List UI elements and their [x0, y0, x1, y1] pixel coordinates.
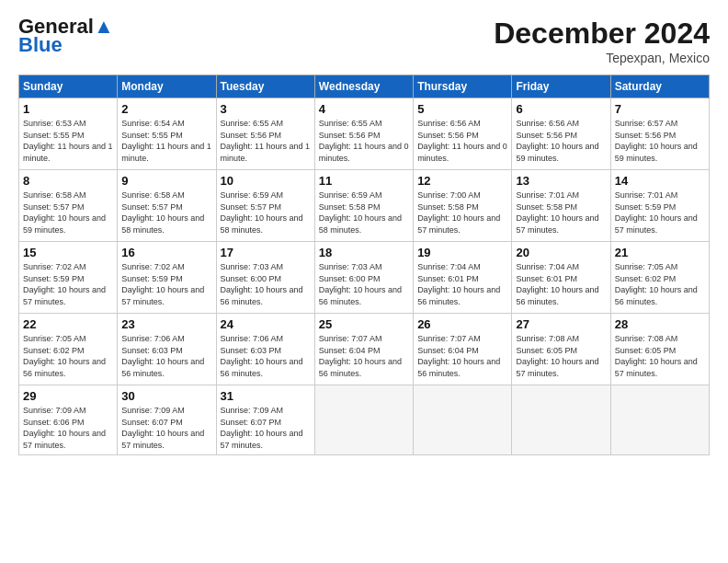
- day-number: 23: [121, 317, 211, 331]
- day-number: 7: [615, 102, 705, 116]
- col-thursday: Thursday: [414, 75, 512, 98]
- col-sunday: Sunday: [19, 75, 118, 98]
- day-info: Sunrise: 7:07 AMSunset: 6:04 PMDaylight:…: [319, 334, 402, 378]
- table-row: 3Sunrise: 6:55 AMSunset: 5:56 PMDaylight…: [216, 98, 314, 170]
- table-row: 27Sunrise: 7:08 AMSunset: 6:05 PMDayligh…: [512, 314, 610, 385]
- day-info: Sunrise: 6:57 AMSunset: 5:56 PMDaylight:…: [615, 119, 698, 163]
- day-number: 17: [221, 246, 311, 259]
- table-row: 5Sunrise: 6:56 AMSunset: 5:56 PMDaylight…: [414, 98, 512, 170]
- table-row: 8Sunrise: 6:58 AMSunset: 5:57 PMDaylight…: [19, 170, 118, 242]
- logo-blue: ▲: [94, 15, 114, 38]
- day-info: Sunrise: 6:58 AMSunset: 5:57 PMDaylight:…: [23, 190, 106, 235]
- day-info: Sunrise: 7:06 AMSunset: 6:03 PMDaylight:…: [121, 334, 204, 378]
- day-info: Sunrise: 7:01 AMSunset: 5:58 PMDaylight:…: [516, 190, 598, 235]
- title-block: December 2024 Tepexpan, Mexico: [494, 17, 710, 65]
- day-number: 12: [417, 174, 507, 188]
- table-row: 26Sunrise: 7:07 AMSunset: 6:04 PMDayligh…: [414, 314, 512, 385]
- day-info: Sunrise: 7:04 AMSunset: 6:01 PMDaylight:…: [417, 262, 500, 306]
- day-info: Sunrise: 6:54 AMSunset: 5:55 PMDaylight:…: [121, 119, 211, 163]
- day-number: 14: [615, 174, 705, 188]
- table-row: 7Sunrise: 6:57 AMSunset: 5:56 PMDaylight…: [610, 98, 709, 170]
- table-row: 29Sunrise: 7:09 AMSunset: 6:06 PMDayligh…: [19, 385, 118, 455]
- table-row: 6Sunrise: 6:56 AMSunset: 5:56 PMDaylight…: [512, 98, 610, 170]
- day-number: 5: [417, 102, 507, 116]
- calendar-week-row: 8Sunrise: 6:58 AMSunset: 5:57 PMDaylight…: [19, 170, 710, 242]
- calendar-week-row: 1Sunrise: 6:53 AMSunset: 5:55 PMDaylight…: [19, 98, 710, 170]
- table-row: 25Sunrise: 7:07 AMSunset: 6:04 PMDayligh…: [314, 314, 413, 385]
- logo-blue-text: Blue: [18, 33, 63, 57]
- table-row: 10Sunrise: 6:59 AMSunset: 5:57 PMDayligh…: [216, 170, 314, 242]
- header-row: Sunday Monday Tuesday Wednesday Thursday…: [19, 75, 710, 98]
- day-number: 28: [615, 317, 705, 331]
- day-number: 24: [221, 317, 311, 331]
- table-row: [414, 385, 512, 455]
- day-info: Sunrise: 7:09 AMSunset: 6:06 PMDaylight:…: [23, 406, 106, 450]
- table-row: 22Sunrise: 7:05 AMSunset: 6:02 PMDayligh…: [19, 314, 118, 385]
- table-row: 1Sunrise: 6:53 AMSunset: 5:55 PMDaylight…: [19, 98, 118, 170]
- table-row: 18Sunrise: 7:03 AMSunset: 6:00 PMDayligh…: [314, 242, 413, 314]
- day-number: 4: [319, 102, 409, 116]
- day-info: Sunrise: 7:00 AMSunset: 5:58 PMDaylight:…: [417, 190, 500, 235]
- day-info: Sunrise: 7:04 AMSunset: 6:01 PMDaylight:…: [516, 262, 598, 306]
- calendar-week-row: 15Sunrise: 7:02 AMSunset: 5:59 PMDayligh…: [19, 242, 710, 314]
- day-number: 2: [121, 102, 211, 116]
- calendar-week-row: 22Sunrise: 7:05 AMSunset: 6:02 PMDayligh…: [19, 314, 710, 385]
- table-row: [512, 385, 610, 455]
- day-number: 19: [417, 246, 507, 259]
- day-info: Sunrise: 7:05 AMSunset: 6:02 PMDaylight:…: [23, 334, 106, 378]
- day-number: 15: [23, 246, 113, 259]
- table-row: 17Sunrise: 7:03 AMSunset: 6:00 PMDayligh…: [216, 242, 314, 314]
- day-number: 31: [221, 389, 311, 403]
- table-row: [610, 385, 709, 455]
- day-info: Sunrise: 7:02 AMSunset: 5:59 PMDaylight:…: [23, 262, 106, 306]
- table-row: 31Sunrise: 7:09 AMSunset: 6:07 PMDayligh…: [216, 385, 314, 455]
- day-info: Sunrise: 7:03 AMSunset: 6:00 PMDaylight:…: [221, 262, 303, 306]
- table-row: 14Sunrise: 7:01 AMSunset: 5:59 PMDayligh…: [610, 170, 709, 242]
- location: Tepexpan, Mexico: [494, 51, 710, 65]
- table-row: 21Sunrise: 7:05 AMSunset: 6:02 PMDayligh…: [610, 242, 709, 314]
- table-row: 16Sunrise: 7:02 AMSunset: 5:59 PMDayligh…: [118, 242, 216, 314]
- day-info: Sunrise: 7:09 AMSunset: 6:07 PMDaylight:…: [221, 406, 303, 450]
- day-info: Sunrise: 6:55 AMSunset: 5:56 PMDaylight:…: [319, 119, 409, 163]
- table-row: 9Sunrise: 6:58 AMSunset: 5:57 PMDaylight…: [118, 170, 216, 242]
- day-number: 30: [121, 389, 211, 403]
- logo: General▲ Blue: [18, 17, 114, 57]
- table-row: 19Sunrise: 7:04 AMSunset: 6:01 PMDayligh…: [414, 242, 512, 314]
- day-info: Sunrise: 7:08 AMSunset: 6:05 PMDaylight:…: [516, 334, 598, 378]
- calendar-table: Sunday Monday Tuesday Wednesday Thursday…: [18, 75, 710, 455]
- day-number: 9: [121, 174, 211, 188]
- day-info: Sunrise: 6:59 AMSunset: 5:57 PMDaylight:…: [221, 190, 303, 235]
- table-row: [314, 385, 413, 455]
- header: General▲ Blue December 2024 Tepexpan, Me…: [18, 17, 710, 65]
- table-row: 11Sunrise: 6:59 AMSunset: 5:58 PMDayligh…: [314, 170, 413, 242]
- day-info: Sunrise: 7:02 AMSunset: 5:59 PMDaylight:…: [121, 262, 204, 306]
- table-row: 20Sunrise: 7:04 AMSunset: 6:01 PMDayligh…: [512, 242, 610, 314]
- day-number: 10: [221, 174, 311, 188]
- day-info: Sunrise: 7:03 AMSunset: 6:00 PMDaylight:…: [319, 262, 402, 306]
- day-number: 16: [121, 246, 211, 259]
- day-number: 29: [23, 389, 113, 403]
- table-row: 24Sunrise: 7:06 AMSunset: 6:03 PMDayligh…: [216, 314, 314, 385]
- day-info: Sunrise: 6:59 AMSunset: 5:58 PMDaylight:…: [319, 190, 402, 235]
- day-number: 13: [516, 174, 606, 188]
- day-number: 6: [516, 102, 606, 116]
- day-number: 3: [221, 102, 311, 116]
- col-friday: Friday: [512, 75, 610, 98]
- day-info: Sunrise: 6:56 AMSunset: 5:56 PMDaylight:…: [516, 119, 598, 163]
- day-info: Sunrise: 7:09 AMSunset: 6:07 PMDaylight:…: [121, 406, 204, 450]
- day-number: 18: [319, 246, 409, 259]
- day-info: Sunrise: 7:05 AMSunset: 6:02 PMDaylight:…: [615, 262, 698, 306]
- table-row: 4Sunrise: 6:55 AMSunset: 5:56 PMDaylight…: [314, 98, 413, 170]
- col-saturday: Saturday: [610, 75, 709, 98]
- table-row: 13Sunrise: 7:01 AMSunset: 5:58 PMDayligh…: [512, 170, 610, 242]
- day-number: 20: [516, 246, 606, 259]
- col-monday: Monday: [118, 75, 216, 98]
- day-info: Sunrise: 6:58 AMSunset: 5:57 PMDaylight:…: [121, 190, 204, 235]
- day-info: Sunrise: 6:53 AMSunset: 5:55 PMDaylight:…: [23, 119, 113, 163]
- day-info: Sunrise: 7:08 AMSunset: 6:05 PMDaylight:…: [615, 334, 698, 378]
- day-number: 27: [516, 317, 606, 331]
- calendar-week-row: 29Sunrise: 7:09 AMSunset: 6:06 PMDayligh…: [19, 385, 710, 455]
- day-number: 25: [319, 317, 409, 331]
- day-number: 21: [615, 246, 705, 259]
- day-info: Sunrise: 7:01 AMSunset: 5:59 PMDaylight:…: [615, 190, 698, 235]
